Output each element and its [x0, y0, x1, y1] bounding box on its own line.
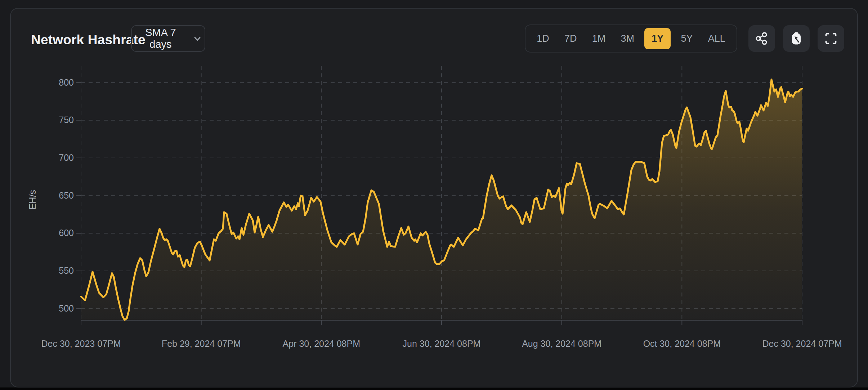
range-button-1d[interactable]: 1D [532, 30, 554, 48]
sma-dropdown[interactable]: SMA 7 days [131, 25, 205, 52]
page-title: Network Hashrate [31, 32, 146, 47]
range-button-1m[interactable]: 1M [587, 30, 611, 48]
network-hashrate-card: Network Hashrate SMA 7 days 1D7D1M3M1Y5Y… [10, 8, 858, 387]
range-button-3m[interactable]: 3M [616, 30, 639, 48]
range-button-5y[interactable]: 5Y [676, 30, 698, 48]
page: Network Hashrate SMA 7 days 1D7D1M3M1Y5Y… [0, 0, 868, 390]
range-button-7d[interactable]: 7D [559, 30, 582, 48]
range-button-1y[interactable]: 1Y [644, 28, 671, 49]
fullscreen-icon [823, 31, 838, 46]
chevron-down-icon [192, 33, 202, 44]
sma-dropdown-label: SMA 7 days [134, 27, 187, 50]
share-button[interactable] [748, 25, 775, 52]
range-group: 1D7D1M3M1Y5YALL [525, 24, 737, 53]
bottom-bar [0, 387, 868, 390]
range-button-all[interactable]: ALL [703, 30, 730, 48]
share-icon [754, 31, 769, 46]
snapshot-icon [789, 31, 804, 46]
snapshot-button[interactable] [783, 25, 810, 52]
fullscreen-button[interactable] [818, 25, 844, 52]
